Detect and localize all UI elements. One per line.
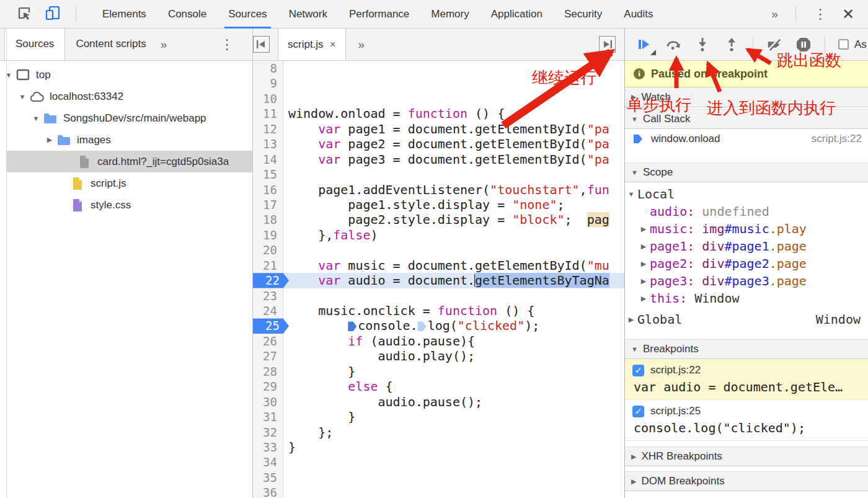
code-editor[interactable]: 891011window.onload = function () {12 va… bbox=[253, 61, 624, 498]
collapsed-arrow-icon[interactable]: ▶ bbox=[637, 225, 650, 233]
line-number[interactable]: 30 bbox=[253, 394, 283, 409]
scope-property-music[interactable]: ▶music: img#music.play bbox=[625, 220, 868, 238]
step-over-button[interactable] bbox=[665, 37, 681, 53]
code-text[interactable] bbox=[283, 61, 624, 76]
continue-here-marker-light[interactable] bbox=[418, 321, 427, 331]
breakpoint-marker[interactable]: 22 bbox=[253, 273, 289, 288]
code-line-34[interactable]: 34 bbox=[253, 455, 624, 469]
expanded-arrow-icon[interactable]: ▼ bbox=[625, 190, 637, 198]
line-number[interactable]: 14 bbox=[253, 152, 283, 167]
continue-here-marker[interactable] bbox=[348, 321, 356, 331]
tree-item-script-js[interactable]: script.js bbox=[0, 172, 252, 194]
tree-item-images[interactable]: ▶images bbox=[0, 129, 252, 151]
line-number[interactable]: 13 bbox=[253, 136, 283, 151]
code-line-33[interactable]: 33} bbox=[253, 440, 624, 455]
line-number[interactable]: 32 bbox=[253, 425, 283, 440]
line-number[interactable]: 28 bbox=[253, 364, 283, 379]
code-text[interactable]: var audio = document.getElementsByTagNa bbox=[283, 273, 624, 288]
code-text[interactable]: console.log("clicked"); bbox=[283, 318, 624, 333]
main-tab-security[interactable]: Security bbox=[564, 0, 602, 29]
breakpoint-checkbox[interactable]: ✓ bbox=[632, 365, 644, 376]
section-breakpoints[interactable]: ▼ Breakpoints bbox=[625, 339, 868, 359]
code-text[interactable]: var page3 = document.getElementById("pa bbox=[283, 152, 624, 167]
step-out-button[interactable] bbox=[724, 37, 740, 53]
device-toolbar-icon[interactable] bbox=[45, 5, 61, 24]
code-line-22[interactable]: 22 var audio = document.getElementsByTag… bbox=[253, 273, 624, 288]
tree-item-localhost-63342[interactable]: ▼localhost:63342 bbox=[0, 86, 252, 107]
line-number[interactable]: 24 bbox=[253, 303, 283, 318]
line-number[interactable]: 22 bbox=[253, 273, 283, 288]
code-line-26[interactable]: 26 if (audio.pause){ bbox=[253, 334, 624, 349]
line-number[interactable]: 35 bbox=[253, 470, 283, 485]
code-text[interactable] bbox=[283, 455, 624, 469]
code-line-36[interactable]: 36 bbox=[253, 485, 624, 498]
line-number[interactable]: 9 bbox=[253, 76, 283, 91]
line-number[interactable]: 34 bbox=[253, 455, 283, 469]
show-sidebar-icon[interactable] bbox=[599, 36, 616, 53]
scope-property-audio[interactable]: audio: undefined bbox=[625, 203, 868, 220]
code-text[interactable] bbox=[283, 167, 624, 182]
collapsed-arrow-icon[interactable]: ▶ bbox=[45, 136, 54, 144]
code-line-25[interactable]: 25 console.log("clicked"); bbox=[253, 318, 624, 333]
breakpoint-checkbox[interactable]: ✓ bbox=[632, 406, 644, 417]
line-number[interactable]: 25 bbox=[253, 318, 283, 333]
code-text[interactable]: } bbox=[283, 440, 624, 455]
code-text[interactable] bbox=[283, 242, 624, 257]
main-tab-sources[interactable]: Sources bbox=[228, 0, 267, 29]
main-tab-audits[interactable]: Audits bbox=[624, 0, 653, 29]
scope-property-page3[interactable]: ▶page3: div#page3.page bbox=[625, 272, 868, 290]
code-text[interactable]: var music = document.getElementById("mu bbox=[283, 258, 624, 273]
more-tabs-icon[interactable]: » bbox=[771, 7, 778, 21]
code-text[interactable] bbox=[283, 288, 624, 303]
code-text[interactable]: window.onload = function () { bbox=[283, 106, 624, 121]
code-text[interactable] bbox=[283, 485, 624, 498]
code-line-10[interactable]: 10 bbox=[253, 91, 624, 106]
tab-close-icon[interactable]: × bbox=[330, 38, 336, 51]
resume-button[interactable] bbox=[636, 37, 652, 53]
main-tab-application[interactable]: Application bbox=[491, 0, 542, 29]
code-line-35[interactable]: 35 bbox=[253, 470, 624, 485]
line-number[interactable]: 23 bbox=[253, 288, 283, 303]
step-into-button[interactable] bbox=[694, 37, 711, 53]
line-number[interactable]: 21 bbox=[253, 258, 283, 273]
scope-property-page1[interactable]: ▶page1: div#page1.page bbox=[625, 238, 868, 255]
code-text[interactable]: audio.play(); bbox=[283, 349, 624, 363]
menu-icon[interactable]: ⋮ bbox=[813, 7, 827, 21]
collapsed-arrow-icon[interactable]: ▶ bbox=[625, 316, 637, 324]
code-line-23[interactable]: 23 bbox=[253, 288, 624, 303]
pause-on-exceptions-button[interactable] bbox=[795, 37, 812, 53]
code-text[interactable]: if (audio.pause){ bbox=[283, 334, 624, 349]
expanded-arrow-icon[interactable]: ▼ bbox=[18, 93, 27, 100]
tree-item-songshudev-src-main-webapp[interactable]: ▼SongshuDev/src/main/webapp bbox=[0, 107, 252, 129]
code-line-11[interactable]: 11window.onload = function () { bbox=[253, 106, 624, 121]
close-icon[interactable]: ✕ bbox=[842, 7, 854, 22]
code-text[interactable]: audio.pause(); bbox=[283, 394, 624, 409]
breakpoint-marker[interactable]: 25 bbox=[253, 318, 289, 333]
line-number[interactable]: 11 bbox=[253, 106, 283, 121]
code-text[interactable]: var page2 = document.getElementById("pa bbox=[283, 136, 624, 151]
scope-property-this[interactable]: ▶this: Window bbox=[625, 290, 868, 307]
line-number[interactable]: 12 bbox=[253, 122, 283, 136]
line-number[interactable]: 16 bbox=[253, 182, 283, 197]
code-text[interactable]: },false) bbox=[283, 228, 624, 242]
section-xhr-breakpoints[interactable]: ▶ XHR Breakpoints bbox=[625, 447, 868, 466]
tree-item-top[interactable]: ▼top bbox=[0, 64, 252, 86]
code-line-13[interactable]: 13 var page2 = document.getElementById("… bbox=[253, 136, 624, 151]
expanded-arrow-icon[interactable]: ▼ bbox=[32, 115, 40, 122]
main-tab-memory[interactable]: Memory bbox=[431, 0, 469, 29]
collapsed-arrow-icon[interactable]: ▶ bbox=[637, 242, 650, 251]
code-text[interactable]: page1.addEventListener("touchstart",fun bbox=[283, 182, 624, 197]
code-line-21[interactable]: 21 var music = document.getElementById("… bbox=[253, 258, 624, 273]
line-number[interactable]: 26 bbox=[253, 334, 283, 349]
line-number[interactable]: 19 bbox=[253, 228, 283, 242]
section-watch[interactable]: ▶ Watch bbox=[625, 87, 868, 107]
tree-item-card-html-ijt-cgtd5p0sia3a[interactable]: card.html?_ijt=cgtd5p0sia3a bbox=[7, 151, 252, 172]
line-number[interactable]: 33 bbox=[253, 440, 283, 455]
scope-global[interactable]: ▶GlobalWindow bbox=[625, 311, 868, 328]
callstack-frame[interactable]: window.onloadscript.js:22 bbox=[625, 129, 868, 149]
collapsed-arrow-icon[interactable]: ▶ bbox=[637, 260, 650, 268]
code-line-17[interactable]: 17 page1.style.display = "none"; bbox=[253, 197, 624, 212]
code-line-16[interactable]: 16 page1.addEventListener("touchstart",f… bbox=[253, 182, 624, 197]
code-line-27[interactable]: 27 audio.play(); bbox=[253, 349, 624, 363]
line-number[interactable]: 8 bbox=[253, 61, 283, 76]
